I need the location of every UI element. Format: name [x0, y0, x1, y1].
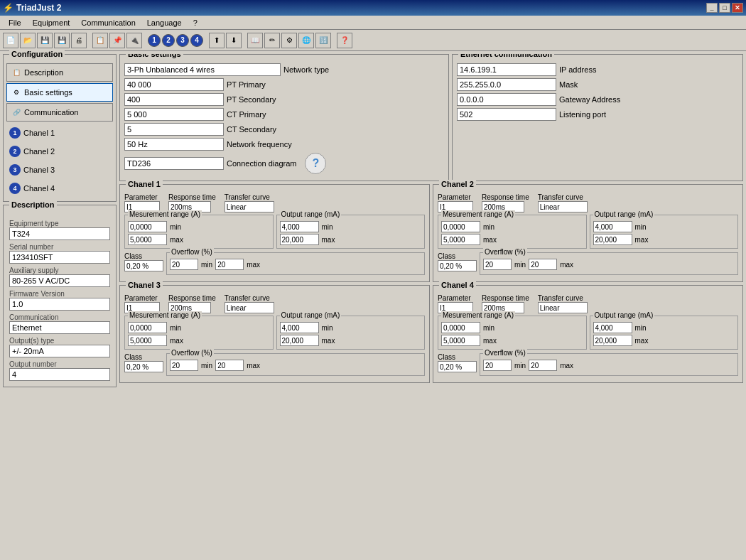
- network-button[interactable]: 🌐: [298, 33, 314, 48]
- ch4-out-max-input[interactable]: [593, 335, 632, 346]
- new-button[interactable]: 📄: [3, 33, 18, 48]
- menu-communication[interactable]: Communication: [75, 17, 141, 28]
- paste-button[interactable]: 📌: [109, 33, 125, 48]
- ip-input[interactable]: [457, 63, 556, 76]
- ch4-param-label: Parameter: [438, 294, 473, 302]
- upload-button[interactable]: ⬆: [209, 33, 225, 48]
- menu-language[interactable]: Language: [141, 17, 188, 28]
- close-button[interactable]: ✕: [732, 3, 743, 13]
- ch2-overflow-min-input[interactable]: [483, 259, 512, 270]
- ch4-curve-input[interactable]: [538, 302, 588, 313]
- gateway-input[interactable]: [457, 93, 556, 106]
- equip-type-input[interactable]: [9, 227, 110, 240]
- communication-nav[interactable]: 🔗 Communication: [6, 103, 113, 122]
- menu-help[interactable]: ?: [188, 17, 203, 28]
- ch1-meas-min-input[interactable]: [128, 221, 167, 232]
- ch3-meas-label: Mesurement range (A): [128, 311, 202, 319]
- ch2-meas-min-input[interactable]: [441, 221, 480, 232]
- read-button[interactable]: 📖: [247, 33, 263, 48]
- ct-secondary-input[interactable]: [124, 123, 224, 136]
- open-button[interactable]: 📂: [20, 33, 36, 48]
- menu-equipment[interactable]: Equipment: [27, 17, 76, 28]
- ch3-out-min-input[interactable]: [280, 322, 319, 333]
- copy-button[interactable]: 📋: [92, 33, 108, 48]
- ch1-resp-label: Response time: [168, 193, 216, 201]
- minimize-button[interactable]: _: [706, 3, 718, 13]
- ch3-overflow-max-input[interactable]: [215, 360, 244, 371]
- ch4-overflow-max-input[interactable]: [529, 360, 557, 371]
- ch1-overflow-max-input[interactable]: [215, 259, 244, 270]
- save-as-button[interactable]: 💾: [54, 33, 70, 48]
- ch4-class-input[interactable]: [438, 361, 477, 372]
- ch2-out-max-input[interactable]: [593, 234, 632, 245]
- channel2-nav[interactable]: 2 Chanel 2: [6, 143, 113, 160]
- ch2-curve-input[interactable]: [538, 201, 588, 212]
- ch4-overflow-min-input[interactable]: [483, 360, 512, 371]
- connection-input[interactable]: [124, 157, 224, 170]
- ch2-overflow-group: Overflow (%) min max: [480, 252, 738, 275]
- ch2-meas-max-input[interactable]: [441, 234, 480, 245]
- aux-supply-input[interactable]: [9, 274, 110, 287]
- help-button[interactable]: ❓: [337, 33, 352, 48]
- pt-secondary-input[interactable]: [124, 93, 224, 106]
- maximize-button[interactable]: □: [719, 3, 730, 13]
- ch1-overflow-min-input[interactable]: [170, 259, 198, 270]
- outputs-label: Output(s) type: [9, 337, 110, 345]
- description-nav[interactable]: 📋 Description: [6, 63, 113, 82]
- write-button[interactable]: ✏: [264, 33, 280, 48]
- ch4-meas-min-input[interactable]: [441, 322, 480, 333]
- channel3-nav[interactable]: 3 Chanel 3: [6, 161, 113, 178]
- ch4-out-min-input[interactable]: [593, 322, 632, 333]
- ch3-class-input[interactable]: [124, 361, 163, 372]
- ch3-meas-min-input[interactable]: [128, 322, 167, 333]
- download-button[interactable]: ⬇: [226, 33, 242, 48]
- ch3-toolbar-button[interactable]: 3: [176, 34, 189, 47]
- ch2-meas-min-label: min: [483, 223, 494, 231]
- mask-input[interactable]: [457, 78, 556, 91]
- port-input[interactable]: [457, 108, 556, 121]
- print-button[interactable]: 🖨: [71, 33, 87, 48]
- channel4-nav[interactable]: 4 Chanel 4: [6, 180, 113, 197]
- basic-settings-nav[interactable]: ⚙ Basic settings: [6, 83, 113, 102]
- ch3-overflow-min-input[interactable]: [170, 360, 198, 371]
- comm-input[interactable]: [9, 321, 110, 334]
- ch2-overflow-max-input[interactable]: [529, 259, 557, 270]
- ch3-curve-input[interactable]: [225, 302, 274, 313]
- ch4-toolbar-button[interactable]: 4: [190, 34, 203, 47]
- ethernet-title: Ethernet communication: [458, 54, 554, 58]
- ch3-out-max-input[interactable]: [280, 335, 319, 346]
- freq-input[interactable]: [124, 138, 224, 151]
- ch1-out-max-input[interactable]: [280, 234, 319, 245]
- ch4-meas-label: Mesurement range (A): [441, 311, 515, 319]
- help-circle-button[interactable]: ?: [305, 153, 326, 174]
- ch4-meas-max-input[interactable]: [441, 335, 480, 346]
- connect-button[interactable]: 🔌: [126, 33, 142, 48]
- serial-input[interactable]: [9, 251, 110, 264]
- ch1-out-min-input[interactable]: [280, 221, 319, 232]
- ch2-out-min-input[interactable]: [593, 221, 632, 232]
- ch1-meas-max-input[interactable]: [128, 234, 167, 245]
- firmware-input[interactable]: [9, 298, 110, 311]
- calc-button[interactable]: 🔢: [315, 33, 331, 48]
- outnumber-input[interactable]: [9, 368, 110, 381]
- ch4-overflow-min-label: min: [514, 362, 526, 370]
- menu-file[interactable]: File: [3, 17, 27, 28]
- pt-primary-input[interactable]: [124, 78, 224, 91]
- ch4-out-label: Output range (mA): [593, 311, 655, 319]
- settings-button[interactable]: ⚙: [281, 33, 297, 48]
- settings-icon: ⚙: [11, 87, 21, 97]
- save-button[interactable]: 💾: [37, 33, 53, 48]
- outputs-input[interactable]: [9, 345, 110, 357]
- ct-primary-input[interactable]: [124, 108, 224, 121]
- channel1-nav[interactable]: 1 Chanel 1: [6, 124, 113, 141]
- ch3-meas-max-input[interactable]: [128, 335, 167, 346]
- ch1-title: Chanel 1: [126, 180, 163, 188]
- ch1-curve-input[interactable]: [225, 201, 274, 212]
- network-type-input[interactable]: [124, 63, 281, 76]
- ch1-toolbar-button[interactable]: 1: [148, 34, 161, 47]
- ch1-class-input[interactable]: [124, 260, 163, 271]
- ch2-meas-group: Mesurement range (A) min max: [438, 215, 587, 249]
- ch2-toolbar-button[interactable]: 2: [162, 34, 175, 47]
- ch2-class-input[interactable]: [438, 260, 477, 271]
- ct-secondary-row: CT Secondary: [124, 123, 444, 136]
